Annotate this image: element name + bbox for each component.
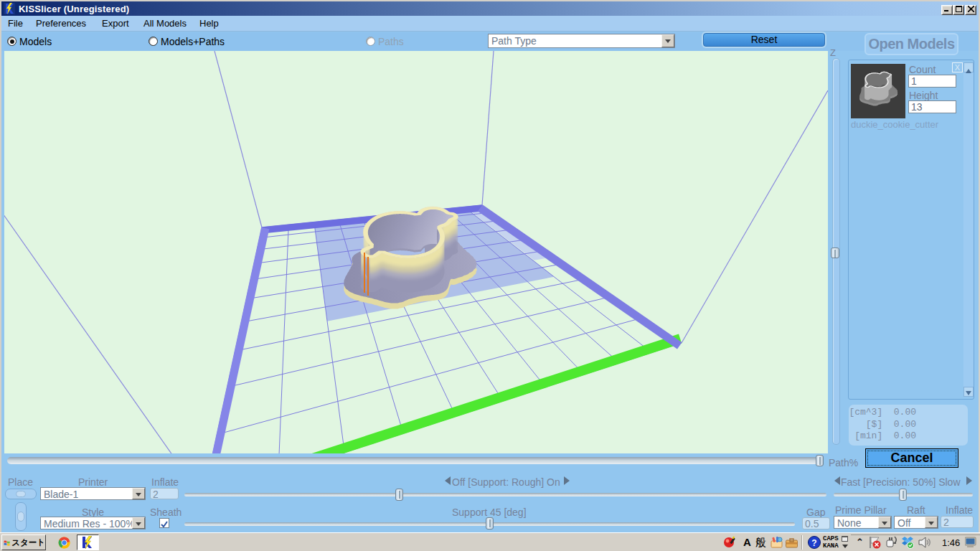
svg-text:?: ? <box>811 538 816 548</box>
